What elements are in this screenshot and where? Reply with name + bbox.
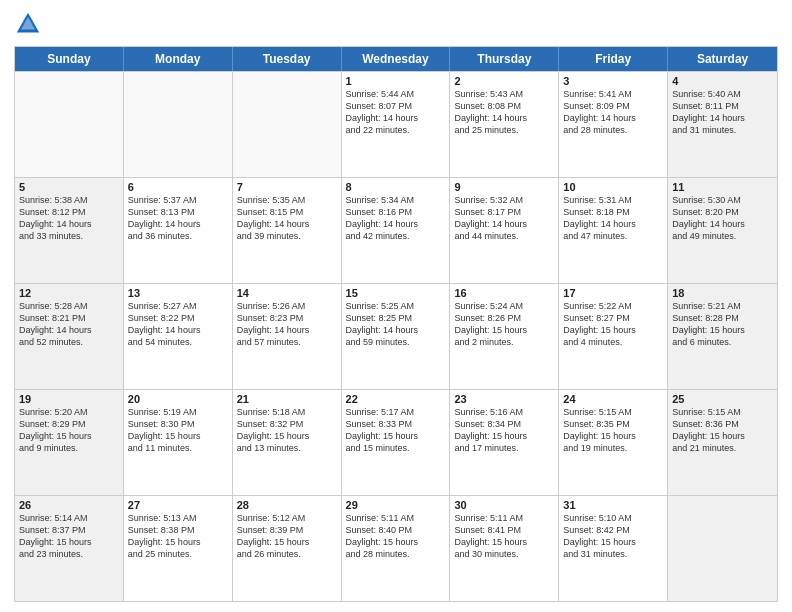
cell-info: Sunrise: 5:19 AM Sunset: 8:30 PM Dayligh… [128,406,228,455]
day-number: 1 [346,75,446,87]
cal-cell-day-2: 2Sunrise: 5:43 AM Sunset: 8:08 PM Daylig… [450,72,559,177]
day-number: 16 [454,287,554,299]
day-number: 2 [454,75,554,87]
cal-cell-day-23: 23Sunrise: 5:16 AM Sunset: 8:34 PM Dayli… [450,390,559,495]
day-number: 7 [237,181,337,193]
day-number: 6 [128,181,228,193]
day-number: 23 [454,393,554,405]
day-number: 15 [346,287,446,299]
cell-info: Sunrise: 5:17 AM Sunset: 8:33 PM Dayligh… [346,406,446,455]
day-number: 5 [19,181,119,193]
header [14,10,778,38]
day-number: 30 [454,499,554,511]
cal-cell-day-28: 28Sunrise: 5:12 AM Sunset: 8:39 PM Dayli… [233,496,342,601]
day-number: 13 [128,287,228,299]
cell-info: Sunrise: 5:27 AM Sunset: 8:22 PM Dayligh… [128,300,228,349]
cal-header-friday: Friday [559,47,668,71]
cal-header-tuesday: Tuesday [233,47,342,71]
day-number: 20 [128,393,228,405]
cell-info: Sunrise: 5:34 AM Sunset: 8:16 PM Dayligh… [346,194,446,243]
day-number: 25 [672,393,773,405]
page: SundayMondayTuesdayWednesdayThursdayFrid… [0,0,792,612]
cell-info: Sunrise: 5:22 AM Sunset: 8:27 PM Dayligh… [563,300,663,349]
day-number: 14 [237,287,337,299]
cal-header-thursday: Thursday [450,47,559,71]
cell-info: Sunrise: 5:10 AM Sunset: 8:42 PM Dayligh… [563,512,663,561]
cell-info: Sunrise: 5:20 AM Sunset: 8:29 PM Dayligh… [19,406,119,455]
cell-info: Sunrise: 5:30 AM Sunset: 8:20 PM Dayligh… [672,194,773,243]
calendar-body: 1Sunrise: 5:44 AM Sunset: 8:07 PM Daylig… [15,71,777,601]
cal-cell-day-9: 9Sunrise: 5:32 AM Sunset: 8:17 PM Daylig… [450,178,559,283]
cell-info: Sunrise: 5:28 AM Sunset: 8:21 PM Dayligh… [19,300,119,349]
cal-cell-day-24: 24Sunrise: 5:15 AM Sunset: 8:35 PM Dayli… [559,390,668,495]
cal-header-sunday: Sunday [15,47,124,71]
cal-cell-day-4: 4Sunrise: 5:40 AM Sunset: 8:11 PM Daylig… [668,72,777,177]
cal-cell-day-6: 6Sunrise: 5:37 AM Sunset: 8:13 PM Daylig… [124,178,233,283]
cell-info: Sunrise: 5:21 AM Sunset: 8:28 PM Dayligh… [672,300,773,349]
cal-row-1: 5Sunrise: 5:38 AM Sunset: 8:12 PM Daylig… [15,177,777,283]
cell-info: Sunrise: 5:15 AM Sunset: 8:36 PM Dayligh… [672,406,773,455]
cell-info: Sunrise: 5:44 AM Sunset: 8:07 PM Dayligh… [346,88,446,137]
cal-cell-day-13: 13Sunrise: 5:27 AM Sunset: 8:22 PM Dayli… [124,284,233,389]
cal-row-2: 12Sunrise: 5:28 AM Sunset: 8:21 PM Dayli… [15,283,777,389]
cell-info: Sunrise: 5:25 AM Sunset: 8:25 PM Dayligh… [346,300,446,349]
cal-cell-day-21: 21Sunrise: 5:18 AM Sunset: 8:32 PM Dayli… [233,390,342,495]
cell-info: Sunrise: 5:13 AM Sunset: 8:38 PM Dayligh… [128,512,228,561]
cell-info: Sunrise: 5:31 AM Sunset: 8:18 PM Dayligh… [563,194,663,243]
day-number: 24 [563,393,663,405]
cal-row-0: 1Sunrise: 5:44 AM Sunset: 8:07 PM Daylig… [15,71,777,177]
cal-cell-day-31: 31Sunrise: 5:10 AM Sunset: 8:42 PM Dayli… [559,496,668,601]
cal-cell-empty-0-0 [15,72,124,177]
cell-info: Sunrise: 5:16 AM Sunset: 8:34 PM Dayligh… [454,406,554,455]
cal-cell-day-10: 10Sunrise: 5:31 AM Sunset: 8:18 PM Dayli… [559,178,668,283]
cell-info: Sunrise: 5:37 AM Sunset: 8:13 PM Dayligh… [128,194,228,243]
cal-cell-day-14: 14Sunrise: 5:26 AM Sunset: 8:23 PM Dayli… [233,284,342,389]
day-number: 28 [237,499,337,511]
cal-cell-day-17: 17Sunrise: 5:22 AM Sunset: 8:27 PM Dayli… [559,284,668,389]
day-number: 26 [19,499,119,511]
cal-cell-empty-0-2 [233,72,342,177]
cal-cell-day-20: 20Sunrise: 5:19 AM Sunset: 8:30 PM Dayli… [124,390,233,495]
cal-cell-day-7: 7Sunrise: 5:35 AM Sunset: 8:15 PM Daylig… [233,178,342,283]
cal-cell-day-18: 18Sunrise: 5:21 AM Sunset: 8:28 PM Dayli… [668,284,777,389]
day-number: 29 [346,499,446,511]
day-number: 21 [237,393,337,405]
day-number: 27 [128,499,228,511]
day-number: 12 [19,287,119,299]
cell-info: Sunrise: 5:11 AM Sunset: 8:40 PM Dayligh… [346,512,446,561]
cal-cell-day-8: 8Sunrise: 5:34 AM Sunset: 8:16 PM Daylig… [342,178,451,283]
day-number: 11 [672,181,773,193]
cell-info: Sunrise: 5:35 AM Sunset: 8:15 PM Dayligh… [237,194,337,243]
cell-info: Sunrise: 5:15 AM Sunset: 8:35 PM Dayligh… [563,406,663,455]
cal-cell-day-19: 19Sunrise: 5:20 AM Sunset: 8:29 PM Dayli… [15,390,124,495]
cell-info: Sunrise: 5:43 AM Sunset: 8:08 PM Dayligh… [454,88,554,137]
cell-info: Sunrise: 5:40 AM Sunset: 8:11 PM Dayligh… [672,88,773,137]
cal-cell-day-5: 5Sunrise: 5:38 AM Sunset: 8:12 PM Daylig… [15,178,124,283]
day-number: 31 [563,499,663,511]
cell-info: Sunrise: 5:18 AM Sunset: 8:32 PM Dayligh… [237,406,337,455]
cal-header-wednesday: Wednesday [342,47,451,71]
day-number: 18 [672,287,773,299]
cell-info: Sunrise: 5:32 AM Sunset: 8:17 PM Dayligh… [454,194,554,243]
cell-info: Sunrise: 5:41 AM Sunset: 8:09 PM Dayligh… [563,88,663,137]
logo-icon [14,10,42,38]
day-number: 9 [454,181,554,193]
cal-header-monday: Monday [124,47,233,71]
cal-cell-day-26: 26Sunrise: 5:14 AM Sunset: 8:37 PM Dayli… [15,496,124,601]
cal-cell-day-15: 15Sunrise: 5:25 AM Sunset: 8:25 PM Dayli… [342,284,451,389]
cal-cell-day-12: 12Sunrise: 5:28 AM Sunset: 8:21 PM Dayli… [15,284,124,389]
cell-info: Sunrise: 5:12 AM Sunset: 8:39 PM Dayligh… [237,512,337,561]
cal-row-3: 19Sunrise: 5:20 AM Sunset: 8:29 PM Dayli… [15,389,777,495]
day-number: 4 [672,75,773,87]
day-number: 3 [563,75,663,87]
cal-cell-day-16: 16Sunrise: 5:24 AM Sunset: 8:26 PM Dayli… [450,284,559,389]
cal-cell-day-29: 29Sunrise: 5:11 AM Sunset: 8:40 PM Dayli… [342,496,451,601]
calendar: SundayMondayTuesdayWednesdayThursdayFrid… [14,46,778,602]
day-number: 17 [563,287,663,299]
cal-cell-empty-4-6 [668,496,777,601]
day-number: 22 [346,393,446,405]
cell-info: Sunrise: 5:11 AM Sunset: 8:41 PM Dayligh… [454,512,554,561]
cal-cell-day-25: 25Sunrise: 5:15 AM Sunset: 8:36 PM Dayli… [668,390,777,495]
cell-info: Sunrise: 5:24 AM Sunset: 8:26 PM Dayligh… [454,300,554,349]
cell-info: Sunrise: 5:38 AM Sunset: 8:12 PM Dayligh… [19,194,119,243]
